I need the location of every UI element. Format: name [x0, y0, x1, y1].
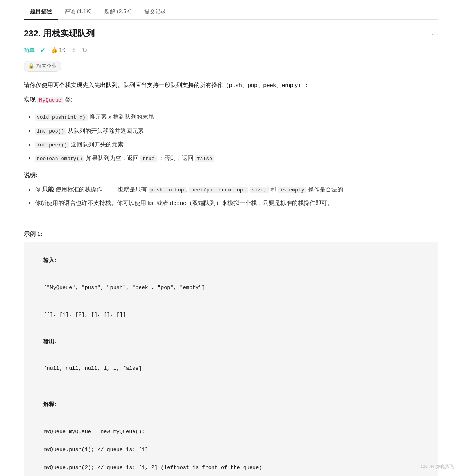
- list-item: int peek() 返回队列开头的元素: [35, 139, 438, 150]
- description-block: 请你仅使用两个栈实现先入先出队列。队列应当支持一般队列支持的所有操作（push、…: [24, 80, 438, 105]
- method-pop-text: 从队列的开头移除并返回元素: [68, 127, 144, 134]
- input-line1: ["MyQueue", "push", "push", "peek", "pop…: [43, 285, 205, 291]
- output-label: 输出:: [43, 339, 56, 344]
- company-tag-label: 相关企业: [36, 62, 57, 70]
- method-pop-code: int pop(): [35, 128, 66, 135]
- thumb-up-icon: 👍: [51, 46, 57, 54]
- bold-text: 只能: [42, 186, 54, 193]
- explain-line-2: myQueue.push(1); // queue is: [1]: [43, 447, 148, 453]
- star-button[interactable]: ☆: [71, 45, 77, 55]
- company-tag[interactable]: 🔒 相关企业: [24, 61, 61, 72]
- check-icon: ✓: [40, 45, 45, 55]
- like-button[interactable]: 👍 1K: [51, 46, 66, 54]
- explain-line-3: myQueue.push(2); // queue is: [1, 2] (le…: [43, 465, 262, 471]
- explain-line-1: MyQueue myQueue = new MyQueue();: [43, 429, 145, 435]
- list-item: int pop() 从队列的开头移除并返回元素: [35, 125, 438, 136]
- explain-label: 解释:: [43, 401, 56, 407]
- tab-description[interactable]: 题目描述: [24, 4, 58, 20]
- op-peek-pop: peek/pop from top,: [189, 187, 248, 193]
- tab-solutions[interactable]: 题解 (2.5K): [98, 4, 138, 20]
- note-item-1: 你 只能 使用标准的栈操作 —— 也就是只有 push to top, peek…: [35, 184, 438, 194]
- desc-line1: 请你仅使用两个栈实现先入先出队列。队列应当支持一般队列支持的所有操作（push、…: [24, 80, 438, 90]
- share-button[interactable]: ↻: [82, 45, 87, 55]
- meta-row: 简单 ✓ 👍 1K ☆ ↻: [24, 45, 438, 55]
- method-empty-code: boolean empty(): [35, 155, 84, 162]
- input-line2: [[], [1], [2], [], [], []]: [43, 312, 126, 317]
- op-push-top: push to top: [149, 187, 186, 193]
- example1-title: 示例 1:: [24, 229, 438, 239]
- method-list: void push(int x) 将元素 x 推到队列的末尾 int pop()…: [24, 111, 438, 164]
- method-empty-text: 如果队列为空，返回 true ；否则，返回 false: [86, 155, 214, 161]
- output-value: [null, null, null, 1, 1, false]: [43, 365, 141, 371]
- like-count: 1K: [59, 46, 66, 54]
- more-icon[interactable]: ···: [432, 27, 438, 40]
- op-size: size,: [250, 187, 269, 193]
- method-push-text: 将元素 x 推到队列的末尾: [89, 113, 154, 120]
- watermark: CSDN @晓风飞: [421, 463, 454, 471]
- input-label: 输入:: [43, 257, 56, 263]
- tab-submissions[interactable]: 提交记录: [138, 4, 172, 20]
- note-section-title: 说明:: [24, 171, 438, 180]
- lock-icon: 🔒: [28, 62, 34, 70]
- desc-line2: 实现 MyQueue 类:: [24, 94, 438, 105]
- title-row: 232. 用栈实现队列 ···: [24, 27, 438, 40]
- note-list: 你 只能 使用标准的栈操作 —— 也就是只有 push to top, peek…: [24, 184, 438, 208]
- tab-bar: 题目描述 评论 (1.1K) 题解 (2.5K) 提交记录: [24, 0, 438, 20]
- list-item: boolean empty() 如果队列为空，返回 true ；否则，返回 fa…: [35, 153, 438, 163]
- method-peek-code: int peek(): [35, 142, 69, 148]
- problem-title: 232. 用栈实现队列: [24, 27, 95, 40]
- list-item: void push(int x) 将元素 x 推到队列的末尾: [35, 111, 438, 122]
- method-push-code: void push(int x): [35, 114, 88, 121]
- note-item-2: 你所使用的语言也许不支持栈。你可以使用 list 或者 deque（双端队列）来…: [35, 198, 438, 208]
- example1-code-block: 输入: ["MyQueue", "push", "push", "peek", …: [24, 242, 438, 476]
- tab-comments[interactable]: 评论 (1.1K): [58, 4, 98, 20]
- op-is-empty: is empty: [278, 187, 306, 193]
- difficulty-badge: 简单: [24, 46, 35, 54]
- method-peek-text: 返回队列开头的元素: [71, 141, 124, 148]
